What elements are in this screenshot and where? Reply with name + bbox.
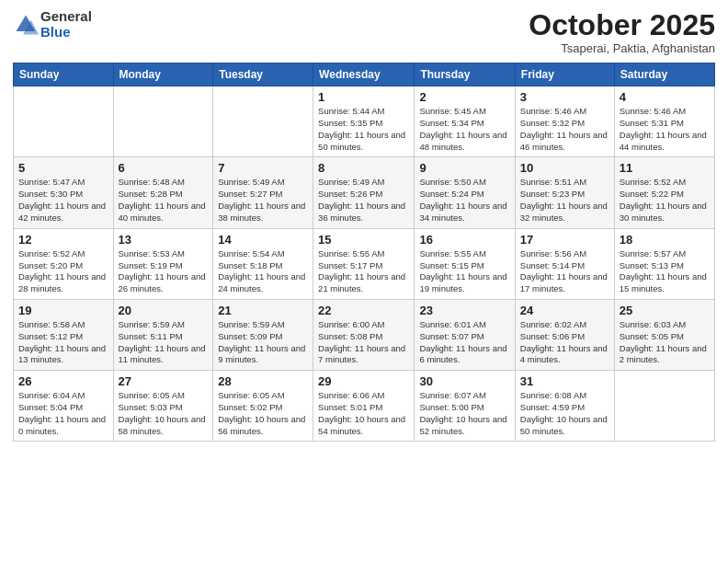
day-info: Sunrise: 6:02 AM Sunset: 5:06 PM Dayligh… <box>520 319 609 366</box>
day-info: Sunrise: 5:56 AM Sunset: 5:14 PM Dayligh… <box>520 248 609 295</box>
day-info: Sunrise: 5:50 AM Sunset: 5:24 PM Dayligh… <box>419 177 509 224</box>
table-row: 18Sunrise: 5:57 AM Sunset: 5:13 PM Dayli… <box>614 228 714 299</box>
logo-general-text: General <box>40 9 92 25</box>
day-number: 5 <box>18 161 108 175</box>
day-info: Sunrise: 5:52 AM Sunset: 5:20 PM Dayligh… <box>18 248 108 295</box>
day-info: Sunrise: 6:05 AM Sunset: 5:02 PM Dayligh… <box>218 390 308 437</box>
day-number: 19 <box>18 304 108 317</box>
table-row: 30Sunrise: 6:07 AM Sunset: 5:00 PM Dayli… <box>415 371 515 442</box>
table-row: 2Sunrise: 5:45 AM Sunset: 5:34 PM Daylig… <box>415 86 515 157</box>
page: General Blue October 2025 Tsaperai, Pakt… <box>0 0 728 563</box>
day-info: Sunrise: 5:55 AM Sunset: 5:15 PM Dayligh… <box>419 248 509 295</box>
calendar-week-row: 19Sunrise: 5:58 AM Sunset: 5:12 PM Dayli… <box>14 299 715 370</box>
day-info: Sunrise: 6:04 AM Sunset: 5:04 PM Dayligh… <box>18 390 108 437</box>
table-row: 1Sunrise: 5:44 AM Sunset: 5:35 PM Daylig… <box>313 86 415 157</box>
day-number: 8 <box>318 161 409 175</box>
day-info: Sunrise: 6:00 AM Sunset: 5:08 PM Dayligh… <box>318 319 409 366</box>
day-info: Sunrise: 5:46 AM Sunset: 5:32 PM Dayligh… <box>520 106 609 153</box>
table-row: 3Sunrise: 5:46 AM Sunset: 5:32 PM Daylig… <box>515 86 614 157</box>
day-info: Sunrise: 6:06 AM Sunset: 5:01 PM Dayligh… <box>318 390 409 437</box>
day-info: Sunrise: 5:48 AM Sunset: 5:28 PM Dayligh… <box>119 177 209 224</box>
logo-text: General Blue <box>40 9 92 40</box>
day-number: 22 <box>318 304 409 317</box>
day-number: 13 <box>119 233 209 247</box>
day-number: 27 <box>119 374 209 388</box>
day-number: 3 <box>520 90 609 104</box>
day-number: 30 <box>419 374 509 388</box>
table-row <box>113 86 213 157</box>
table-row: 14Sunrise: 5:54 AM Sunset: 5:18 PM Dayli… <box>213 228 313 299</box>
table-row <box>213 86 313 157</box>
day-info: Sunrise: 5:51 AM Sunset: 5:23 PM Dayligh… <box>520 177 609 224</box>
logo: General Blue <box>13 9 92 40</box>
day-info: Sunrise: 5:52 AM Sunset: 5:22 PM Dayligh… <box>620 177 710 224</box>
day-number: 20 <box>119 304 209 317</box>
header-thursday: Thursday <box>415 63 515 86</box>
table-row: 29Sunrise: 6:06 AM Sunset: 5:01 PM Dayli… <box>313 371 415 442</box>
header: General Blue October 2025 Tsaperai, Pakt… <box>13 9 715 55</box>
calendar-table: Sunday Monday Tuesday Wednesday Thursday… <box>13 63 715 442</box>
day-info: Sunrise: 5:59 AM Sunset: 5:09 PM Dayligh… <box>218 319 308 366</box>
header-sunday: Sunday <box>14 63 114 86</box>
table-row <box>14 86 114 157</box>
table-row: 17Sunrise: 5:56 AM Sunset: 5:14 PM Dayli… <box>515 228 614 299</box>
day-number: 23 <box>419 304 509 317</box>
title-block: October 2025 Tsaperai, Paktia, Afghanist… <box>529 9 715 55</box>
table-row <box>614 371 714 442</box>
day-info: Sunrise: 5:49 AM Sunset: 5:26 PM Dayligh… <box>318 177 409 224</box>
table-row: 6Sunrise: 5:48 AM Sunset: 5:28 PM Daylig… <box>113 157 213 228</box>
calendar-week-row: 12Sunrise: 5:52 AM Sunset: 5:20 PM Dayli… <box>14 228 715 299</box>
header-saturday: Saturday <box>614 63 714 86</box>
day-number: 14 <box>218 233 308 247</box>
day-info: Sunrise: 5:59 AM Sunset: 5:11 PM Dayligh… <box>119 319 209 366</box>
table-row: 10Sunrise: 5:51 AM Sunset: 5:23 PM Dayli… <box>515 157 614 228</box>
location-subtitle: Tsaperai, Paktia, Afghanistan <box>529 41 715 55</box>
table-row: 24Sunrise: 6:02 AM Sunset: 5:06 PM Dayli… <box>515 299 614 370</box>
header-wednesday: Wednesday <box>313 63 415 86</box>
day-info: Sunrise: 6:05 AM Sunset: 5:03 PM Dayligh… <box>119 390 209 437</box>
calendar-week-row: 1Sunrise: 5:44 AM Sunset: 5:35 PM Daylig… <box>14 86 715 157</box>
table-row: 31Sunrise: 6:08 AM Sunset: 4:59 PM Dayli… <box>515 371 614 442</box>
day-number: 28 <box>218 374 308 388</box>
calendar-week-row: 5Sunrise: 5:47 AM Sunset: 5:30 PM Daylig… <box>14 157 715 228</box>
day-number: 6 <box>119 161 209 175</box>
table-row: 7Sunrise: 5:49 AM Sunset: 5:27 PM Daylig… <box>213 157 313 228</box>
day-info: Sunrise: 5:44 AM Sunset: 5:35 PM Dayligh… <box>318 106 409 153</box>
day-number: 29 <box>318 374 409 388</box>
day-number: 21 <box>218 304 308 317</box>
table-row: 20Sunrise: 5:59 AM Sunset: 5:11 PM Dayli… <box>113 299 213 370</box>
day-number: 15 <box>318 233 409 247</box>
day-number: 17 <box>520 233 609 247</box>
day-number: 31 <box>520 374 609 388</box>
day-info: Sunrise: 5:53 AM Sunset: 5:19 PM Dayligh… <box>119 248 209 295</box>
day-number: 10 <box>520 161 609 175</box>
day-info: Sunrise: 6:07 AM Sunset: 5:00 PM Dayligh… <box>419 390 509 437</box>
table-row: 12Sunrise: 5:52 AM Sunset: 5:20 PM Dayli… <box>14 228 114 299</box>
day-number: 16 <box>419 233 509 247</box>
day-info: Sunrise: 5:49 AM Sunset: 5:27 PM Dayligh… <box>218 177 308 224</box>
calendar-week-row: 26Sunrise: 6:04 AM Sunset: 5:04 PM Dayli… <box>14 371 715 442</box>
table-row: 21Sunrise: 5:59 AM Sunset: 5:09 PM Dayli… <box>213 299 313 370</box>
day-number: 25 <box>620 304 710 317</box>
table-row: 19Sunrise: 5:58 AM Sunset: 5:12 PM Dayli… <box>14 299 114 370</box>
day-number: 24 <box>520 304 609 317</box>
calendar-header-row: Sunday Monday Tuesday Wednesday Thursday… <box>14 63 715 86</box>
table-row: 13Sunrise: 5:53 AM Sunset: 5:19 PM Dayli… <box>113 228 213 299</box>
header-tuesday: Tuesday <box>213 63 313 86</box>
table-row: 16Sunrise: 5:55 AM Sunset: 5:15 PM Dayli… <box>415 228 515 299</box>
day-info: Sunrise: 5:54 AM Sunset: 5:18 PM Dayligh… <box>218 248 308 295</box>
table-row: 5Sunrise: 5:47 AM Sunset: 5:30 PM Daylig… <box>14 157 114 228</box>
month-title: October 2025 <box>529 9 715 41</box>
day-info: Sunrise: 6:03 AM Sunset: 5:05 PM Dayligh… <box>620 319 710 366</box>
table-row: 11Sunrise: 5:52 AM Sunset: 5:22 PM Dayli… <box>614 157 714 228</box>
table-row: 22Sunrise: 6:00 AM Sunset: 5:08 PM Dayli… <box>313 299 415 370</box>
day-number: 11 <box>620 161 710 175</box>
day-info: Sunrise: 6:08 AM Sunset: 4:59 PM Dayligh… <box>520 390 609 437</box>
day-number: 2 <box>419 90 509 104</box>
day-number: 18 <box>620 233 710 247</box>
day-info: Sunrise: 5:58 AM Sunset: 5:12 PM Dayligh… <box>18 319 108 366</box>
table-row: 15Sunrise: 5:55 AM Sunset: 5:17 PM Dayli… <box>313 228 415 299</box>
table-row: 4Sunrise: 5:46 AM Sunset: 5:31 PM Daylig… <box>614 86 714 157</box>
day-number: 9 <box>419 161 509 175</box>
day-number: 12 <box>18 233 108 247</box>
